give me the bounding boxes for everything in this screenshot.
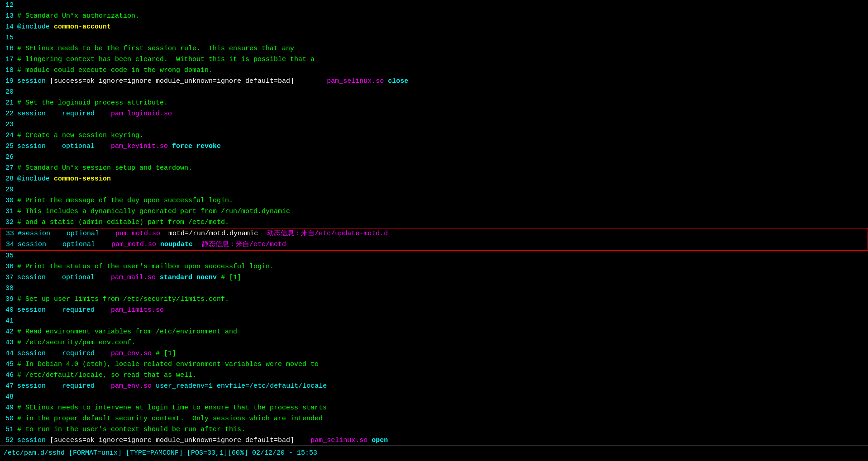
code-segment: session (17, 382, 46, 390)
code-segment: # Create a new session keyring. (17, 132, 143, 139)
code-segment: pam_env.so (111, 382, 152, 390)
line-25: 25session optional pam_keyinit.so force … (0, 141, 868, 152)
code-segment: pam_motd.so (115, 230, 160, 238)
code-segment (95, 306, 111, 314)
code-segment: session (17, 143, 46, 150)
line-content: # module could execute code in the wrong… (17, 65, 868, 76)
line-content: # /etc/security/pam_env.conf. (17, 337, 868, 348)
line-content: # This includes a dynamically generated … (17, 206, 868, 217)
code-segment (50, 23, 54, 31)
line-14: 14@include common-account (0, 22, 868, 33)
code-segment (46, 241, 62, 248)
line-number: 36 (0, 261, 17, 272)
line-number: 27 (0, 163, 17, 174)
line-number: 50 (0, 413, 17, 424)
line-number: 17 (0, 54, 17, 65)
line-22: 22session required pam_loginuid.so (0, 109, 868, 119)
code-segment: # Set the loginuid process attribute. (17, 99, 168, 107)
code-segment (50, 175, 54, 183)
line-52: 52session [success=ok ignore=ignore modu… (0, 435, 868, 445)
line-number: 46 (0, 370, 17, 381)
code-segment: # module could execute code in the wrong… (17, 67, 213, 74)
line-number: 39 (0, 294, 17, 305)
line-content: # and a static (admin-editable) part fro… (17, 217, 868, 228)
code-segment: [success=ok ignore=ignore module_unknown… (46, 437, 294, 444)
code-segment: revoke (192, 143, 221, 150)
line-34: 34session optional pam_motd.so noupdate静… (0, 239, 868, 251)
code-segment: @include (17, 175, 50, 183)
line-number: 14 (0, 22, 17, 33)
line-number: 40 (0, 305, 17, 316)
code-segment: # This includes a dynamically generated … (17, 208, 290, 215)
code-segment: pam_selinux.so (327, 77, 384, 85)
code-segment: pam_limits.so (111, 306, 164, 314)
code-segment: required (62, 350, 95, 357)
annotation: 动态信息：来自/etc/update-motd.d (267, 230, 388, 238)
code-segment: # [1] (217, 274, 241, 281)
line-number: 20 (0, 87, 17, 98)
line-number: 44 (0, 348, 17, 359)
code-segment: optional (67, 230, 99, 238)
status-bar: /etc/pam.d/sshd [FORMAT=unix] [TYPE=PAMC… (0, 445, 868, 461)
line-number: 38 (0, 283, 17, 294)
line-33: 33#session optional pam_motd.so motd=/ru… (0, 228, 868, 239)
code-segment: optional (62, 274, 95, 281)
line-18: 18# module could execute code in the wro… (0, 65, 868, 76)
line-content: session [success=ok ignore=ignore module… (17, 435, 868, 445)
code-segment (95, 382, 111, 390)
line-content: # Create a new session keyring. (17, 130, 868, 141)
code-segment: session (17, 306, 46, 314)
line-number: 49 (0, 403, 17, 413)
line-number: 34 (0, 239, 18, 250)
annotation: 静态信息：来自/etc/motd (202, 241, 286, 248)
line-38: 38 (0, 283, 868, 294)
code-segment: # SELinux needs to be the first session … (17, 45, 294, 52)
line-content: session [success=ok ignore=ignore module… (17, 76, 868, 87)
line-content: # lingering context has been cleared. Wi… (17, 54, 868, 65)
status-text: /etc/pam.d/sshd [FORMAT=unix] [TYPE=PAMC… (4, 448, 317, 459)
code-segment: # Read environment variables from /etc/e… (17, 328, 237, 336)
line-number: 52 (0, 435, 17, 445)
line-content: # /etc/default/locale, so read that as w… (17, 370, 868, 381)
code-segment: force (168, 143, 192, 150)
line-26: 26 (0, 152, 868, 163)
line-content: # Standard Un*x session setup and teardo… (17, 163, 868, 174)
line-20: 20 (0, 87, 868, 98)
code-segment: standard (156, 274, 192, 281)
code-segment: # In Debian 4.0 (etch), locale-related e… (17, 361, 319, 368)
line-content: # Print the status of the user's mailbox… (17, 261, 868, 272)
line-35: 35 (0, 251, 868, 261)
code-segment: # Print the message of the day upon succ… (17, 197, 233, 204)
line-content: session required pam_env.so user_readenv… (17, 381, 868, 392)
code-segment (46, 306, 62, 314)
code-segment (95, 143, 111, 150)
code-segment: session (18, 241, 46, 248)
code-segment: session (17, 350, 46, 357)
line-content: @include common-account (17, 22, 868, 33)
code-segment (294, 77, 327, 85)
line-40: 40session required pam_limits.so (0, 305, 868, 316)
code-editor: 1213# Standard Un*x authorization.14@inc… (0, 0, 868, 445)
code-segment: common-session (54, 175, 111, 183)
line-31: 31# This includes a dynamically generate… (0, 206, 868, 217)
line-content: # SELinux needs to intervene at login ti… (17, 403, 868, 413)
code-segment: common-account (54, 23, 111, 31)
line-number: 51 (0, 424, 17, 435)
line-content: # Standard Un*x authorization. (17, 11, 868, 22)
code-segment: session (17, 437, 46, 444)
line-number: 31 (0, 206, 17, 217)
line-number: 13 (0, 11, 17, 22)
code-segment: pam_selinux.so (310, 437, 367, 444)
line-content: session optional pam_motd.so noupdate静态信… (18, 239, 868, 250)
line-27: 27# Standard Un*x session setup and tear… (0, 163, 868, 174)
code-segment (95, 241, 111, 248)
line-30: 30# Print the message of the day upon su… (0, 195, 868, 206)
code-segment: @include (17, 23, 50, 31)
code-segment: # to run in the user's context should be… (17, 426, 245, 433)
line-content: # to run in the user's context should be… (17, 424, 868, 435)
line-number: 47 (0, 381, 17, 392)
line-content: # Print the message of the day upon succ… (17, 195, 868, 206)
code-segment (46, 382, 62, 390)
code-segment (294, 437, 310, 444)
line-36: 36# Print the status of the user's mailb… (0, 261, 868, 272)
